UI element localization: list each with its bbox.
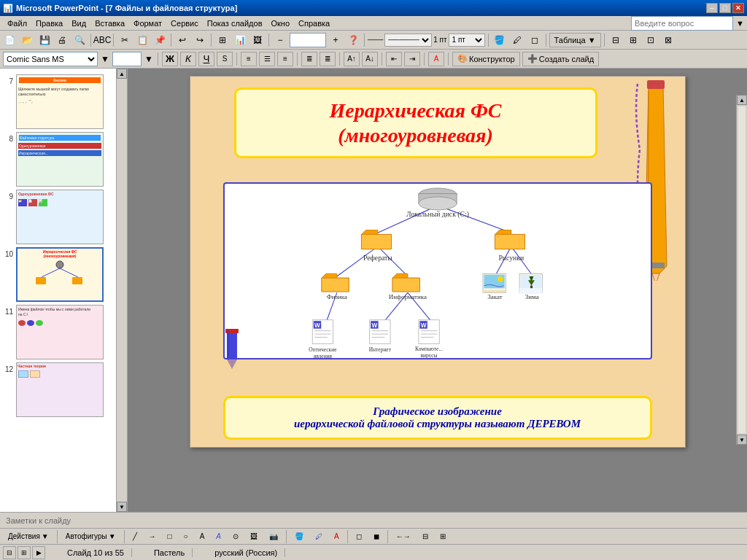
open-button[interactable]: 📂: [19, 32, 35, 48]
actions-button[interactable]: Действия ▼: [3, 530, 54, 543]
maximize-button[interactable]: □: [719, 3, 731, 13]
zoom-input[interactable]: 45%: [290, 33, 326, 47]
insert-clip-button[interactable]: 🖼: [249, 32, 266, 48]
insert-chart-button[interactable]: 📊: [232, 32, 248, 48]
underline-button[interactable]: Ч: [198, 52, 214, 66]
list-button[interactable]: ≣: [301, 52, 317, 66]
slide-panel[interactable]: 7 Кнопки Щёлкните мышкой могут создавать…: [0, 69, 117, 512]
new-button[interactable]: 📄: [1, 32, 18, 48]
constructor-button[interactable]: 🎨 Конструктор: [452, 52, 520, 66]
table-button[interactable]: Таблица ▼: [549, 33, 601, 47]
print-button[interactable]: 🖨: [54, 32, 70, 48]
menu-file[interactable]: Файл: [3, 18, 31, 29]
zoom-out-button[interactable]: −: [272, 32, 288, 48]
border2-button[interactable]: ⊞: [625, 32, 641, 48]
save-button[interactable]: 💾: [36, 32, 53, 48]
slide-panel-scrollbar[interactable]: ▲ ▼: [117, 69, 128, 512]
font-color-draw-button[interactable]: A: [329, 530, 344, 543]
italic-button[interactable]: К: [180, 52, 196, 66]
menu-edit[interactable]: Правка: [31, 18, 67, 29]
slide-canvas[interactable]: Иерархическая ФС(многоуровневая): [190, 76, 686, 448]
menu-slideshow[interactable]: Показ слайдов: [203, 18, 267, 29]
slide-thumb-8[interactable]: 8 Файловая структура Одноуровневая Иерар…: [3, 132, 113, 187]
fill-color-button[interactable]: 🪣: [492, 32, 508, 48]
indent-left-button[interactable]: ⇤: [386, 52, 402, 66]
line-style-select[interactable]: ──────: [384, 34, 432, 47]
distribute-button[interactable]: ⊞: [435, 530, 451, 543]
diagram-button[interactable]: ⊙: [228, 530, 244, 543]
line-weight-select[interactable]: 1 пт: [449, 34, 485, 47]
bold-button[interactable]: Ж: [162, 52, 178, 66]
arrow-style-button[interactable]: ←→: [391, 530, 416, 543]
create-slide-button[interactable]: ➕ Создать слайд: [522, 52, 599, 66]
align-left-button[interactable]: ≡: [241, 52, 257, 66]
merge-button[interactable]: ⊡: [643, 32, 659, 48]
indent-right-button[interactable]: ⇥: [404, 52, 420, 66]
help-search-icon[interactable]: ▼: [736, 19, 744, 28]
menu-view[interactable]: Вид: [67, 18, 90, 29]
slideshow-view-button[interactable]: ▶: [32, 546, 45, 559]
shadow-button[interactable]: ◻: [527, 32, 543, 48]
slide-title-box[interactable]: Иерархическая ФС(многоуровневая): [234, 88, 597, 158]
threed-button[interactable]: ◼: [368, 530, 384, 543]
font-size-input[interactable]: 18: [112, 52, 142, 66]
menu-format[interactable]: Формат: [129, 18, 166, 29]
decrease-font-button[interactable]: A↓: [362, 52, 378, 66]
autoshapes-button[interactable]: Автофигуры ▼: [61, 530, 121, 543]
scroll-down-button[interactable]: ▼: [117, 502, 127, 512]
increase-font-button[interactable]: A↑: [344, 52, 360, 66]
line-color-draw-button[interactable]: 🖊: [310, 530, 328, 543]
help-button[interactable]: ❓: [345, 32, 361, 48]
shadow-draw-button[interactable]: ◻: [351, 530, 367, 543]
paste-button[interactable]: 📌: [152, 32, 168, 48]
menu-insert[interactable]: Вставка: [90, 18, 129, 29]
font-size-dropdown-icon[interactable]: ▼: [144, 51, 154, 67]
align-draw-button[interactable]: ⊟: [417, 530, 433, 543]
wordart-button[interactable]: A: [211, 530, 226, 543]
border-button[interactable]: ⊟: [608, 32, 624, 48]
numlist-button[interactable]: ≣: [320, 52, 336, 66]
line-color-button[interactable]: 🖊: [509, 32, 525, 48]
font-family-select[interactable]: Comic Sans MS: [3, 52, 98, 66]
menu-tools[interactable]: Сервис: [166, 18, 203, 29]
image-button[interactable]: 📷: [264, 530, 283, 543]
menu-window[interactable]: Окно: [267, 18, 295, 29]
split-button[interactable]: ⊠: [660, 32, 676, 48]
font-toolbar: Comic Sans MS ▼ 18 ▼ Ж К Ч S ≡ ☰ ≡ ≣ ≣ A…: [0, 50, 747, 69]
main-vertical-scrollbar[interactable]: ▲ ▼: [736, 95, 747, 445]
oval-tool-button[interactable]: ○: [179, 530, 193, 543]
cut-button[interactable]: ✂: [117, 32, 133, 48]
font-dropdown-icon[interactable]: ▼: [100, 51, 110, 67]
align-center-button[interactable]: ☰: [259, 52, 275, 66]
clipart-button[interactable]: 🖼: [245, 530, 263, 543]
slidesorter-view-button[interactable]: ⊞: [18, 546, 31, 559]
slide-thumb-9[interactable]: 9 Одноуровневая ФС 📁 📄 📊: [3, 190, 113, 244]
rectangle-tool-button[interactable]: □: [163, 530, 177, 543]
fill-color-draw-button[interactable]: 🪣: [290, 530, 309, 543]
redo-button[interactable]: ↪: [192, 32, 208, 48]
menu-help[interactable]: Справка: [294, 18, 334, 29]
undo-button[interactable]: ↩: [174, 32, 190, 48]
strikethrough-button[interactable]: S: [217, 52, 233, 66]
minimize-button[interactable]: ─: [706, 3, 718, 13]
arrow-tool-button[interactable]: →: [144, 530, 161, 543]
main-scroll-down[interactable]: ▼: [737, 435, 747, 445]
slide-thumb-12[interactable]: 12 Частная теория: [3, 362, 113, 417]
line-tool-button[interactable]: ╱: [128, 530, 142, 543]
align-right-button[interactable]: ≡: [277, 52, 293, 66]
slide-thumb-11[interactable]: 11 Имена файлов чтобы мы с ними работали…: [3, 305, 113, 359]
copy-button[interactable]: 📋: [134, 32, 150, 48]
slide-thumb-10[interactable]: 10 Иерархическая ФС(многоуровневая): [3, 247, 113, 302]
text-box-button[interactable]: A: [195, 530, 210, 543]
font-color-button[interactable]: A: [428, 52, 444, 66]
help-search-input[interactable]: [631, 16, 733, 31]
main-scroll-up[interactable]: ▲: [737, 95, 747, 105]
normal-view-button[interactable]: ⊟: [3, 546, 16, 559]
scroll-up-button[interactable]: ▲: [117, 69, 127, 79]
close-button[interactable]: ✕: [732, 3, 744, 13]
slide-thumb-7[interactable]: 7 Кнопки Щёлкните мышкой могут создавать…: [3, 74, 113, 129]
insert-table-button[interactable]: ⊞: [214, 32, 231, 48]
zoom-in-button[interactable]: +: [328, 32, 344, 48]
preview-button[interactable]: 🔍: [71, 32, 88, 48]
spell-button[interactable]: ABC: [94, 32, 110, 48]
